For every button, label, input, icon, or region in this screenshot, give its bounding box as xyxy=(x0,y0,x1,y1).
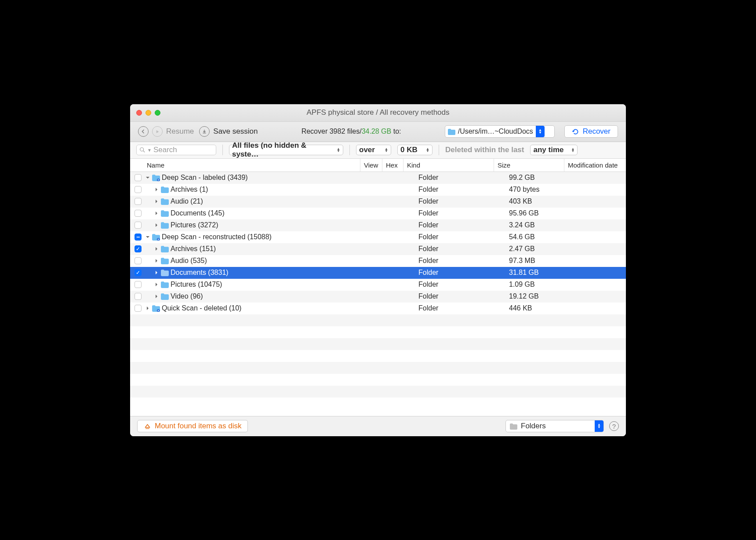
disclosure-closed-icon[interactable] xyxy=(154,282,159,287)
col-size[interactable]: Size xyxy=(494,159,564,171)
disclosure-closed-icon[interactable] xyxy=(154,259,159,263)
size-threshold-select[interactable]: 0 KB ▲▼ xyxy=(397,145,433,155)
disclosure-closed-icon[interactable] xyxy=(145,306,150,311)
name-cell: Documents (145) xyxy=(145,209,375,217)
app-window: APFS physical store / All recovery metho… xyxy=(130,104,626,436)
row-name: Deep Scan - labeled (3439) xyxy=(162,174,248,182)
file-list[interactable]: Deep Scan - labeled (3439)Folder99.2 GBA… xyxy=(130,172,626,416)
disclosure-closed-icon[interactable] xyxy=(154,294,159,299)
disclosure-open-icon[interactable] xyxy=(145,175,150,180)
folder-icon xyxy=(160,269,171,276)
summary-file-count: 3982 files/ xyxy=(330,128,362,135)
row-kind: Folder xyxy=(418,304,509,312)
table-row[interactable]: ✓Archives (151)Folder2.47 GB xyxy=(130,243,626,255)
toolbar: Resume Save session Recover 3982 files/3… xyxy=(130,122,626,142)
table-row[interactable]: Documents (145)Folder95.96 GB xyxy=(130,208,626,219)
table-row[interactable]: −Deep Scan - reconstructed (15088)Folder… xyxy=(130,231,626,243)
view-mode-select[interactable]: Folders ▲▼ xyxy=(505,420,604,432)
mount-icon xyxy=(144,423,151,430)
updown-icon: ▲▼ xyxy=(385,148,388,152)
recover-button[interactable]: Recover xyxy=(564,125,618,138)
disclosure-closed-icon[interactable] xyxy=(154,199,159,204)
row-checkbox[interactable] xyxy=(134,174,142,181)
row-checkbox[interactable]: − xyxy=(134,234,142,241)
mount-button[interactable]: Mount found items as disk xyxy=(137,420,248,432)
table-row[interactable]: Pictures (10475)Folder1.09 GB xyxy=(130,279,626,291)
col-view[interactable]: View xyxy=(360,159,382,171)
filter-bar: ▼ Search All files (no hidden & syste… ▲… xyxy=(130,142,626,159)
row-checkbox[interactable] xyxy=(134,257,142,264)
svg-point-7 xyxy=(158,310,159,311)
row-size: 3.24 GB xyxy=(509,221,579,229)
row-kind: Folder xyxy=(418,257,509,265)
row-kind: Folder xyxy=(418,233,509,241)
name-cell: Documents (3831) xyxy=(145,269,375,277)
time-filter-select[interactable]: any time ▲▼ xyxy=(530,145,578,155)
table-row[interactable]: Audio (21)Folder403 KB xyxy=(130,196,626,208)
empty-row xyxy=(130,350,626,362)
row-kind: Folder xyxy=(418,209,509,217)
mount-label: Mount found items as disk xyxy=(155,422,241,431)
row-name: Deep Scan - reconstructed (15088) xyxy=(162,233,272,241)
row-size: 95.96 GB xyxy=(509,209,579,217)
row-checkbox[interactable] xyxy=(134,222,142,229)
disclosure-closed-icon[interactable] xyxy=(154,247,159,252)
size-comparison-select[interactable]: over ▲▼ xyxy=(356,145,391,155)
disclosure-closed-icon[interactable] xyxy=(154,223,159,228)
download-icon xyxy=(202,129,207,134)
row-size: 403 KB xyxy=(509,197,579,205)
disclosure-open-icon[interactable] xyxy=(145,235,150,240)
disclosure-closed-icon[interactable] xyxy=(154,187,159,192)
empty-row xyxy=(130,326,626,338)
folder-icon xyxy=(160,198,171,205)
row-checkbox[interactable] xyxy=(134,281,142,288)
row-name: Pictures (10475) xyxy=(171,281,222,288)
table-row[interactable]: Pictures (3272)Folder3.24 GB xyxy=(130,219,626,231)
search-dropdown-icon[interactable]: ▼ xyxy=(147,148,152,153)
row-kind: Folder xyxy=(418,197,509,205)
table-row[interactable]: Audio (535)Folder97.3 MB xyxy=(130,255,626,267)
col-hex[interactable]: Hex xyxy=(382,159,403,171)
row-name: Audio (21) xyxy=(171,197,203,205)
table-row[interactable]: Quick Scan - deleted (10)Folder446 KB xyxy=(130,303,626,314)
svg-line-1 xyxy=(143,151,145,153)
row-checkbox[interactable] xyxy=(134,210,142,217)
resume-button[interactable] xyxy=(152,126,163,137)
col-kind[interactable]: Kind xyxy=(403,159,494,171)
folder-icon xyxy=(160,186,171,193)
row-size: 1.09 GB xyxy=(509,281,579,288)
save-session-button[interactable] xyxy=(199,126,210,137)
row-checkbox[interactable] xyxy=(134,293,142,300)
svg-point-5 xyxy=(158,239,159,240)
row-checkbox[interactable] xyxy=(134,198,142,205)
row-checkbox[interactable] xyxy=(134,186,142,193)
name-cell: Archives (151) xyxy=(145,245,375,253)
folder-icon xyxy=(160,293,171,300)
row-name: Quick Scan - deleted (10) xyxy=(162,304,241,312)
search-input[interactable]: ▼ Search xyxy=(136,145,216,155)
col-name[interactable]: Name xyxy=(143,159,360,171)
row-checkbox[interactable] xyxy=(134,305,142,312)
disclosure-closed-icon[interactable] xyxy=(154,270,159,275)
table-row[interactable]: Archives (1)Folder470 bytes xyxy=(130,184,626,196)
table-row[interactable]: ✓Documents (3831)Folder31.81 GB xyxy=(130,267,626,279)
row-checkbox[interactable]: ✓ xyxy=(134,245,142,252)
table-row[interactable]: Deep Scan - labeled (3439)Folder99.2 GB xyxy=(130,172,626,184)
row-size: 470 bytes xyxy=(509,186,579,193)
empty-row xyxy=(130,362,626,374)
row-name: Audio (535) xyxy=(171,257,207,265)
file-type-filter[interactable]: All files (no hidden & syste… ▲▼ xyxy=(229,145,343,155)
row-checkbox[interactable]: ✓ xyxy=(134,269,142,276)
updown-icon: ▲▼ xyxy=(426,148,429,152)
disclosure-closed-icon[interactable] xyxy=(154,211,159,216)
row-name: Pictures (3272) xyxy=(171,221,218,229)
destination-path-select[interactable]: /Users/im…~CloudDocs ▲▼ xyxy=(445,125,555,138)
table-row[interactable]: Video (96)Folder19.12 GB xyxy=(130,291,626,303)
file-type-filter-label: All files (no hidden & syste… xyxy=(232,141,334,159)
play-icon xyxy=(156,130,160,134)
updown-icon: ▲▼ xyxy=(337,148,340,152)
back-button[interactable] xyxy=(138,126,149,137)
help-button[interactable]: ? xyxy=(609,421,619,431)
folder-icon xyxy=(160,210,171,217)
col-modification[interactable]: Modification date xyxy=(564,159,626,171)
